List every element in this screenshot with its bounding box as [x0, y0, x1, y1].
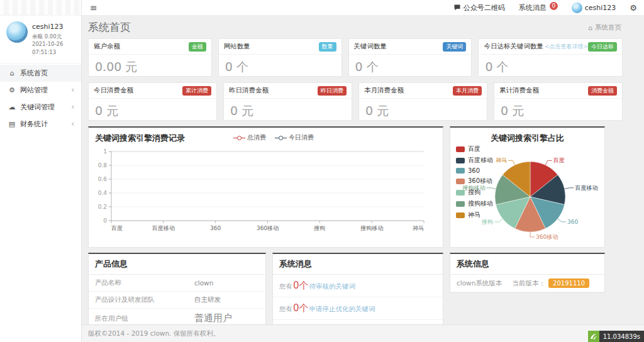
row-label: 产品设计及研发团队: [95, 295, 194, 304]
card-yesterday-consume: 昨日消费金额 昨日消费 0 元: [223, 82, 352, 121]
svg-text:360移动: 360移动: [536, 234, 558, 240]
legend-swatch: [456, 190, 465, 196]
svg-text:百度: 百度: [111, 225, 123, 231]
legend-item[interactable]: 神马: [456, 211, 493, 219]
status-badge: 金额: [189, 42, 206, 52]
status-badge: 今日达标: [588, 42, 617, 52]
card-title: 今日消费金额: [94, 86, 133, 95]
sidebar: ceshi123 余额 0.00元 2021-10-26 07:51:13 ⌂ …: [0, 0, 82, 342]
product-info-panel: 产品信息 产品名称 clown 产品设计及研发团队 自主研发 所在用户组 普通用…: [88, 253, 266, 329]
legend-item[interactable]: 总消费: [233, 133, 266, 142]
hamburger-icon[interactable]: ≡: [82, 3, 106, 13]
line-chart-title: 关键词搜索引擎消费记录: [95, 133, 185, 143]
row-value: 自主研发: [194, 295, 221, 304]
legend-item[interactable]: 搜狗: [456, 188, 493, 197]
card-account-balance: 账户余额 金额 0.00 元: [88, 38, 212, 77]
home-icon: ⌂: [588, 24, 592, 31]
legend-label: 360: [468, 167, 480, 174]
svg-text:0.4: 0.4: [98, 190, 108, 196]
comment-icon: [453, 4, 461, 11]
card-value: 0 元: [224, 99, 352, 124]
legend-swatch: [456, 146, 465, 152]
sidebar-datetime: 2021-10-26 07:51:13: [32, 40, 76, 57]
msg-link[interactable]: 申请停止优化的关键词: [309, 305, 375, 312]
consume-cards-row: 今日消费金额 累计消费 0 元 昨日消费金额 昨日消费 0 元 本月消费金额 本…: [88, 82, 623, 121]
sidebar-item-site-management[interactable]: ⚙ 网站管理 ‹: [0, 82, 81, 99]
card-value: 0 个: [219, 55, 341, 80]
card-value: 0 个: [479, 55, 622, 80]
card-month-consume: 本月消费金额 本月消费 0 元: [358, 82, 487, 121]
card-value: 0.00 元: [89, 55, 211, 80]
avatar[interactable]: [6, 21, 28, 43]
msg-link[interactable]: 待审核的关键词: [309, 282, 356, 290]
debug-timer[interactable]: 11.034839s: [588, 331, 644, 342]
page-title: 系统首页: [88, 20, 131, 35]
card-value: 0 元: [359, 99, 487, 124]
sidebar-user-panel: ceshi123 余额 0.00元 2021-10-26 07:51:13: [0, 16, 81, 63]
system-messages-menu-item[interactable]: 系统消息 0: [512, 0, 565, 15]
svg-text:百度移动: 百度移动: [574, 185, 597, 191]
pie-chart-title: 关键词搜索引擎占比: [450, 128, 604, 144]
settings-menu-item[interactable]: ⚙: [623, 0, 644, 15]
sidebar-item-home[interactable]: ⌂ 系统首页: [0, 65, 81, 82]
main-content: 系统首页 ⌂ 系统首页 账户余额 金额 0.00 元 网站数量 数量 0 个: [82, 16, 644, 342]
sidebar-menu: ⌂ 系统首页 ⚙ 网站管理 ‹ ☁ 关键词管理 ‹ ▤ 财务统计 ‹: [0, 63, 81, 133]
gears-icon: ⚙: [630, 3, 637, 13]
card-today-consume: 今日消费金额 累计消费 0 元: [88, 82, 217, 121]
legend-item[interactable]: 360: [456, 167, 493, 174]
gear-icon: ⚙: [7, 86, 17, 94]
sidebar-item-finance-stats[interactable]: ▤ 财务统计 ‹: [0, 116, 81, 133]
legend-item[interactable]: 今日消费: [275, 133, 314, 142]
card-total-consume: 累计消费金额 消费金额 0 元: [494, 82, 623, 121]
list-item: 您有0个待审核的关键词: [273, 275, 443, 297]
sidebar-username: ceshi123: [32, 22, 76, 33]
sidebar-item-label: 财务统计: [20, 119, 48, 129]
table-row: 产品设计及研发团队 自主研发: [89, 292, 265, 309]
table-row: clown系统版本 当前版本： 20191110: [450, 275, 604, 292]
chevron-left-icon: ‹: [71, 119, 74, 128]
sidebar-item-keyword-management[interactable]: ☁ 关键词管理 ‹: [0, 99, 81, 116]
svg-text:360: 360: [567, 219, 578, 225]
user-menu-item[interactable]: ceshi123: [565, 0, 623, 15]
row-label: 所在用户组: [95, 314, 194, 323]
svg-text:百度移动: 百度移动: [152, 225, 175, 231]
svg-text:百度: 百度: [553, 157, 565, 163]
breadcrumb-home-label: 系统首页: [595, 23, 621, 32]
legend-label: 百度移动: [468, 156, 493, 165]
qr-code-menu-item[interactable]: 公众号二维码: [447, 0, 512, 15]
status-badge: 数量: [319, 42, 336, 52]
topbar-username: ceshi123: [585, 4, 616, 12]
legend-item[interactable]: 360移动: [456, 177, 493, 185]
view-details-link[interactable]: <点击查看详情>: [545, 43, 588, 51]
row-label: clown系统版本: [457, 279, 502, 288]
card-title: 关键词数量: [354, 42, 387, 51]
legend-swatch: [456, 168, 465, 174]
qr-code-label: 公众号二维码: [464, 3, 505, 13]
legend-item[interactable]: 百度移动: [456, 156, 493, 165]
stat-cards-row: 账户余额 金额 0.00 元 网站数量 数量 0 个 关键词数量 关键词 0 个: [88, 38, 623, 77]
cloud-icon: ☁: [7, 103, 17, 111]
svg-text:0.8: 0.8: [98, 162, 108, 168]
topbar: ≡ 公众号二维码 系统消息 0 ceshi123 ⚙: [82, 0, 644, 16]
list-item: 您有0个申请停止优化的关键词: [273, 297, 443, 320]
legend-item[interactable]: 搜狗移动: [456, 199, 493, 208]
svg-text:搜狗: 搜狗: [313, 225, 325, 231]
card-title: 昨日消费金额: [229, 86, 269, 95]
card-title: 网站数量: [224, 42, 250, 51]
card-value: 0 元: [89, 99, 216, 124]
sidebar-balance: 余额 0.00元: [32, 33, 76, 41]
svg-text:神马: 神马: [413, 225, 424, 231]
status-badge: 昨日消费: [318, 86, 347, 96]
legend-label: 百度: [468, 145, 480, 153]
system-info-panel: 系统信息 clown系统版本 当前版本： 20191110: [450, 253, 605, 293]
footer-copyright: 版权©2014 - 2019 clown. 保留所有权利。: [82, 324, 644, 342]
line-chart: 00.20.40.60.81百度百度移动360360移动搜狗搜狗移动神马: [89, 144, 430, 240]
legend-swatch: [456, 201, 465, 207]
card-title: 账户余额: [94, 42, 120, 51]
msg-prefix: 您有: [279, 282, 292, 290]
version-label: 当前版本：: [513, 279, 546, 288]
legend-swatch: [456, 158, 465, 163]
breadcrumb[interactable]: ⌂ 系统首页: [588, 23, 638, 32]
status-badge: 关键词: [443, 42, 466, 52]
legend-item[interactable]: 百度: [456, 145, 493, 153]
